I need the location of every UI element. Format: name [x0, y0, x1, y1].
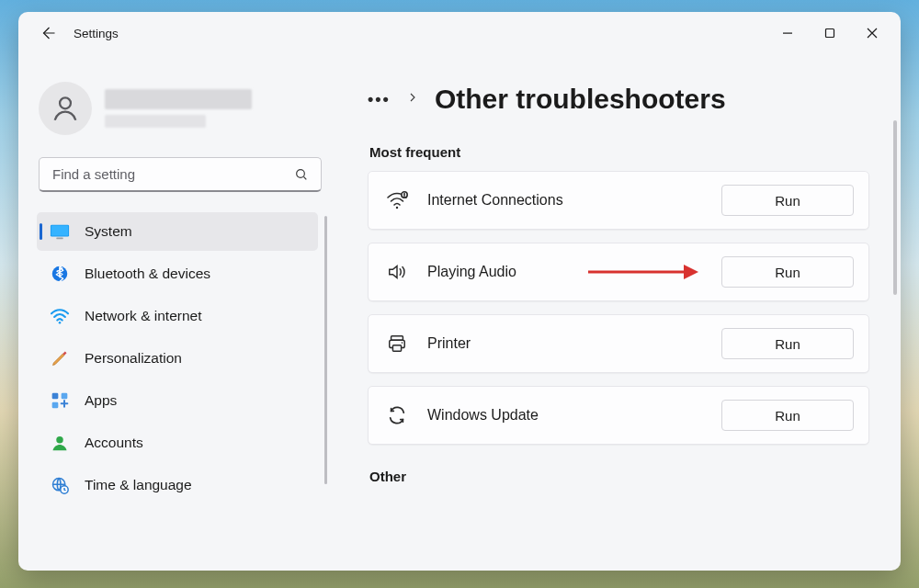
nav-item-apps[interactable]: Apps	[37, 381, 318, 420]
nav-item-label: Personalization	[85, 350, 182, 367]
sidebar: System Bluetooth & devices Network & int…	[18, 54, 336, 571]
printer-icon	[385, 332, 409, 356]
globe-clock-icon	[50, 475, 70, 495]
troubleshooter-windows-update: Windows Update Run	[368, 386, 869, 445]
svg-rect-1	[826, 29, 834, 38]
sidebar-scrollbar[interactable]	[324, 216, 327, 484]
nav-item-accounts[interactable]: Accounts	[37, 424, 318, 462]
troubleshooter-internet-connections: Internet Connections Run	[368, 171, 869, 230]
monitor-icon	[50, 221, 70, 242]
close-button[interactable]	[851, 18, 893, 48]
content-area: ••• Other troubleshooters Most frequent …	[336, 54, 901, 571]
nav-item-time-language[interactable]: Time & language	[37, 466, 318, 504]
troubleshooter-playing-audio: Playing Audio Run	[368, 243, 869, 301]
svg-point-20	[402, 342, 403, 344]
wifi-icon	[385, 188, 409, 212]
section-heading-most-frequent: Most frequent	[369, 144, 884, 160]
nav-list: System Bluetooth & devices Network & int…	[35, 210, 325, 504]
search-input[interactable]	[39, 157, 322, 192]
nav-item-personalization[interactable]: Personalization	[37, 339, 318, 378]
nav-item-label: Bluetooth & devices	[85, 266, 210, 282]
run-button[interactable]: Run	[721, 256, 854, 288]
troubleshooter-label: Windows Update	[427, 407, 539, 424]
svg-rect-10	[62, 393, 68, 400]
minimize-button[interactable]	[766, 18, 809, 48]
troubleshooter-list: Internet Connections Run Playing Audio R…	[368, 171, 884, 445]
svg-rect-19	[392, 345, 401, 351]
nav-item-label: System	[85, 223, 132, 240]
svg-point-3	[297, 170, 305, 178]
run-button[interactable]: Run	[721, 400, 854, 431]
paintbrush-icon	[50, 348, 70, 368]
troubleshooter-label: Printer	[427, 335, 471, 352]
nav-item-system[interactable]: System	[37, 212, 318, 251]
account-header[interactable]	[35, 56, 325, 153]
page-title: Other troubleshooters	[435, 84, 726, 115]
back-button[interactable]	[35, 20, 61, 46]
run-button[interactable]: Run	[721, 328, 854, 359]
nav-item-bluetooth[interactable]: Bluetooth & devices	[37, 254, 318, 293]
chevron-right-icon	[407, 91, 418, 107]
nav-item-label: Accounts	[85, 435, 143, 451]
caption-buttons	[766, 18, 893, 48]
user-info-redacted	[105, 89, 252, 128]
svg-rect-11	[52, 402, 59, 409]
svg-rect-9	[52, 393, 59, 400]
sync-icon	[385, 403, 409, 427]
troubleshooter-label: Playing Audio	[427, 264, 516, 280]
settings-window: Settings	[18, 12, 901, 571]
nav-item-network[interactable]: Network & internet	[37, 297, 318, 335]
maximize-button[interactable]	[809, 18, 851, 48]
svg-rect-5	[51, 226, 68, 236]
troubleshooter-printer: Printer Run	[368, 314, 869, 373]
wifi-icon	[50, 306, 70, 326]
person-icon	[50, 433, 70, 453]
svg-point-15	[396, 207, 398, 209]
svg-rect-6	[56, 237, 62, 239]
titlebar: Settings	[18, 12, 901, 54]
bluetooth-icon	[50, 264, 70, 284]
content-scrollbar[interactable]	[893, 120, 897, 295]
nav-item-label: Time & language	[85, 477, 192, 493]
apps-icon	[50, 390, 70, 411]
section-heading-other: Other	[369, 469, 884, 484]
avatar	[39, 82, 92, 135]
search-icon[interactable]	[285, 157, 318, 192]
breadcrumb: ••• Other troubleshooters	[368, 67, 884, 135]
speaker-icon	[385, 260, 409, 284]
breadcrumb-overflow-button[interactable]: •••	[368, 90, 391, 109]
svg-point-8	[59, 322, 62, 324]
svg-rect-0	[783, 33, 792, 34]
nav-item-label: Apps	[85, 392, 117, 409]
nav-item-label: Network & internet	[85, 308, 202, 324]
troubleshooter-label: Internet Connections	[427, 192, 563, 209]
window-title: Settings	[74, 27, 119, 40]
run-button[interactable]: Run	[721, 185, 854, 216]
svg-point-2	[60, 97, 71, 108]
svg-point-12	[56, 436, 63, 444]
